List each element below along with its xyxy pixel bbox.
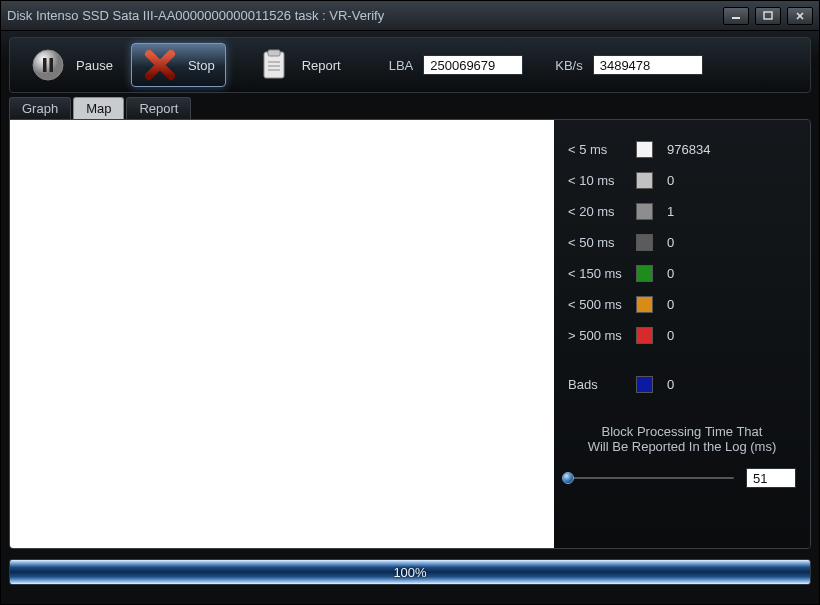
svg-point-4 [33, 50, 63, 80]
stop-button[interactable]: Stop [131, 43, 226, 87]
svg-rect-0 [732, 17, 740, 19]
legend-bads-count: 0 [667, 377, 674, 392]
legend-row: < 5 ms976834 [568, 134, 796, 165]
pause-button[interactable]: Pause [20, 43, 123, 87]
stop-icon [142, 47, 178, 83]
minimize-icon [731, 12, 741, 20]
log-note: Block Processing Time That Will Be Repor… [568, 424, 796, 454]
title-bar: Disk Intenso SSD Sata III-AA000000000001… [1, 1, 819, 31]
legend-label: < 20 ms [568, 204, 636, 219]
map-area[interactable] [10, 120, 554, 548]
svg-rect-1 [764, 12, 772, 19]
pause-label: Pause [76, 58, 113, 73]
legend-swatch [636, 172, 653, 189]
toolbar: Pause Stop [9, 37, 811, 93]
legend-row: < 50 ms0 [568, 227, 796, 258]
legend-row: < 150 ms0 [568, 258, 796, 289]
lba-group: LBA [389, 55, 524, 75]
progress-label: 100% [10, 560, 810, 584]
legend-count: 1 [667, 204, 674, 219]
legend-label: < 50 ms [568, 235, 636, 250]
kbs-label: KB/s [555, 58, 582, 73]
legend-label: < 10 ms [568, 173, 636, 188]
legend-list: < 5 ms976834< 10 ms0< 20 ms1< 50 ms0< 15… [568, 134, 796, 351]
legend-row: < 10 ms0 [568, 165, 796, 196]
maximize-icon [763, 11, 773, 20]
svg-rect-8 [268, 50, 280, 56]
report-label: Report [302, 58, 341, 73]
stop-label: Stop [188, 58, 215, 73]
threshold-slider[interactable] [568, 477, 734, 479]
threshold-value-field[interactable] [746, 468, 796, 488]
legend-count: 0 [667, 235, 674, 250]
close-icon [795, 11, 805, 21]
report-button[interactable]: Report [246, 43, 351, 87]
window-title: Disk Intenso SSD Sata III-AA000000000001… [7, 8, 723, 23]
slider-thumb-icon[interactable] [562, 472, 574, 484]
legend-swatch [636, 141, 653, 158]
legend-swatch [636, 265, 653, 282]
tab-report[interactable]: Report [126, 97, 191, 119]
tab-graph[interactable]: Graph [9, 97, 71, 119]
content-frame: < 5 ms976834< 10 ms0< 20 ms1< 50 ms0< 15… [9, 119, 811, 549]
kbs-field[interactable] [593, 55, 703, 75]
svg-rect-5 [43, 58, 47, 72]
legend-count: 0 [667, 266, 674, 281]
lba-label: LBA [389, 58, 414, 73]
legend-count: 0 [667, 328, 674, 343]
tabs: Graph Map Report [9, 97, 811, 119]
pause-icon [30, 47, 66, 83]
legend-label: < 5 ms [568, 142, 636, 157]
legend-panel: < 5 ms976834< 10 ms0< 20 ms1< 50 ms0< 15… [554, 120, 810, 548]
legend-row-bads: Bads 0 [568, 369, 796, 400]
legend-label: > 500 ms [568, 328, 636, 343]
tab-map[interactable]: Map [73, 97, 124, 119]
log-note-line1: Block Processing Time That [568, 424, 796, 439]
app-window: Disk Intenso SSD Sata III-AA000000000001… [0, 0, 820, 605]
lba-field[interactable] [423, 55, 523, 75]
window-controls [723, 7, 813, 25]
legend-count: 0 [667, 297, 674, 312]
minimize-button[interactable] [723, 7, 749, 25]
legend-row: > 500 ms0 [568, 320, 796, 351]
progress-bar: 100% [9, 559, 811, 585]
close-button[interactable] [787, 7, 813, 25]
legend-bads-label: Bads [568, 377, 636, 392]
legend-bads-swatch [636, 376, 653, 393]
legend-label: < 500 ms [568, 297, 636, 312]
report-icon [256, 47, 292, 83]
legend-count: 976834 [667, 142, 710, 157]
maximize-button[interactable] [755, 7, 781, 25]
legend-row: < 20 ms1 [568, 196, 796, 227]
kbs-group: KB/s [555, 55, 702, 75]
legend-row: < 500 ms0 [568, 289, 796, 320]
threshold-slider-row [568, 468, 796, 488]
legend-swatch [636, 327, 653, 344]
legend-swatch [636, 203, 653, 220]
log-note-line2: Will Be Reported In the Log (ms) [568, 439, 796, 454]
legend-label: < 150 ms [568, 266, 636, 281]
legend-count: 0 [667, 173, 674, 188]
legend-swatch [636, 234, 653, 251]
legend-swatch [636, 296, 653, 313]
svg-rect-6 [50, 58, 54, 72]
